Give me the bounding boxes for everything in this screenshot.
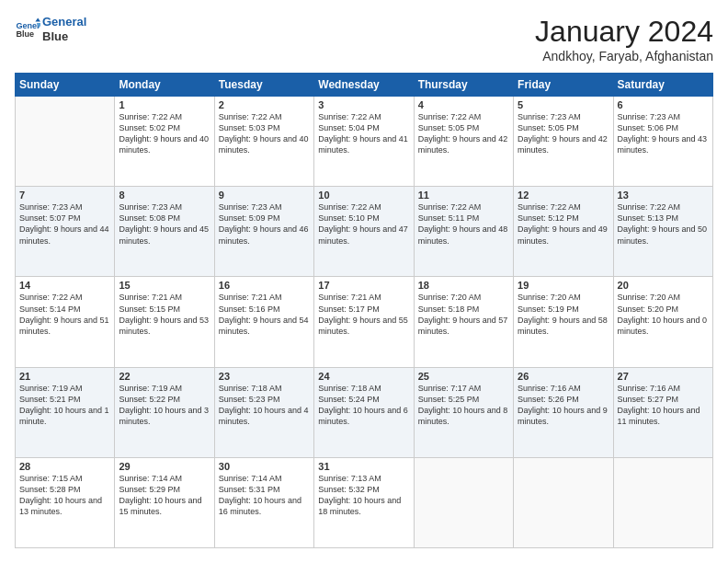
day-number: 14: [19, 280, 110, 291]
weekday-tuesday: Tuesday: [214, 74, 313, 97]
logo-text: General Blue: [42, 15, 86, 43]
day-number: 1: [119, 99, 210, 110]
calendar-cell: 12Sunrise: 7:22 AM Sunset: 5:12 PM Dayli…: [514, 187, 613, 277]
calendar-cell: 6Sunrise: 7:23 AM Sunset: 5:06 PM Daylig…: [613, 97, 712, 187]
day-info: Sunrise: 7:22 AM Sunset: 5:03 PM Dayligh…: [219, 111, 310, 156]
weekday-wednesday: Wednesday: [314, 74, 414, 97]
calendar-cell: 1Sunrise: 7:22 AM Sunset: 5:02 PM Daylig…: [115, 97, 214, 187]
week-row-2: 14Sunrise: 7:22 AM Sunset: 5:14 PM Dayli…: [16, 277, 713, 367]
calendar-cell: 18Sunrise: 7:20 AM Sunset: 5:18 PM Dayli…: [414, 277, 513, 367]
day-number: 29: [119, 461, 210, 472]
calendar-cell: 16Sunrise: 7:21 AM Sunset: 5:16 PM Dayli…: [214, 277, 313, 367]
day-number: 20: [618, 280, 709, 291]
calendar-cell: [16, 97, 115, 187]
weekday-header-row: SundayMondayTuesdayWednesdayThursdayFrid…: [16, 74, 713, 97]
calendar-cell: 10Sunrise: 7:22 AM Sunset: 5:10 PM Dayli…: [314, 187, 414, 277]
logo-icon: General Blue: [15, 17, 40, 42]
day-info: Sunrise: 7:23 AM Sunset: 5:08 PM Dayligh…: [119, 201, 210, 247]
logo: General Blue General Blue: [15, 15, 86, 43]
day-info: Sunrise: 7:17 AM Sunset: 5:25 PM Dayligh…: [418, 383, 509, 428]
day-info: Sunrise: 7:20 AM Sunset: 5:20 PM Dayligh…: [618, 292, 709, 337]
weekday-saturday: Saturday: [613, 74, 712, 97]
day-number: 17: [318, 280, 409, 291]
day-number: 6: [618, 99, 709, 110]
day-info: Sunrise: 7:22 AM Sunset: 5:13 PM Dayligh…: [618, 201, 709, 247]
calendar-cell: 23Sunrise: 7:18 AM Sunset: 5:23 PM Dayli…: [214, 367, 313, 457]
day-number: 11: [418, 190, 509, 201]
calendar-cell: 13Sunrise: 7:22 AM Sunset: 5:13 PM Dayli…: [613, 187, 712, 277]
calendar-cell: 15Sunrise: 7:21 AM Sunset: 5:15 PM Dayli…: [115, 277, 214, 367]
day-number: 5: [518, 99, 609, 110]
calendar-cell: 30Sunrise: 7:14 AM Sunset: 5:31 PM Dayli…: [214, 457, 313, 547]
day-info: Sunrise: 7:20 AM Sunset: 5:18 PM Dayligh…: [418, 292, 509, 337]
day-number: 12: [518, 190, 609, 201]
calendar-cell: 9Sunrise: 7:23 AM Sunset: 5:09 PM Daylig…: [214, 187, 313, 277]
day-info: Sunrise: 7:19 AM Sunset: 5:21 PM Dayligh…: [19, 383, 110, 428]
day-info: Sunrise: 7:16 AM Sunset: 5:26 PM Dayligh…: [518, 383, 609, 428]
weekday-friday: Friday: [514, 74, 613, 97]
calendar-cell: 17Sunrise: 7:21 AM Sunset: 5:17 PM Dayli…: [314, 277, 414, 367]
day-number: 24: [318, 371, 409, 382]
day-number: 2: [219, 99, 310, 110]
day-info: Sunrise: 7:22 AM Sunset: 5:04 PM Dayligh…: [318, 111, 409, 156]
day-info: Sunrise: 7:18 AM Sunset: 5:23 PM Dayligh…: [219, 383, 310, 428]
calendar-cell: 14Sunrise: 7:22 AM Sunset: 5:14 PM Dayli…: [16, 277, 115, 367]
calendar-cell: 26Sunrise: 7:16 AM Sunset: 5:26 PM Dayli…: [514, 367, 613, 457]
calendar-cell: 22Sunrise: 7:19 AM Sunset: 5:22 PM Dayli…: [115, 367, 214, 457]
day-info: Sunrise: 7:22 AM Sunset: 5:14 PM Dayligh…: [19, 292, 110, 337]
day-number: 27: [618, 371, 709, 382]
day-number: 19: [518, 280, 609, 291]
svg-text:General: General: [16, 20, 40, 29]
calendar-cell: 27Sunrise: 7:16 AM Sunset: 5:27 PM Dayli…: [613, 367, 712, 457]
day-info: Sunrise: 7:22 AM Sunset: 5:10 PM Dayligh…: [318, 201, 409, 247]
logo-general: General: [42, 15, 86, 29]
calendar-cell: 29Sunrise: 7:14 AM Sunset: 5:29 PM Dayli…: [115, 457, 214, 547]
title-section: January 2024 Andkhoy, Faryab, Afghanista…: [535, 15, 713, 63]
calendar-cell: 24Sunrise: 7:18 AM Sunset: 5:24 PM Dayli…: [314, 367, 414, 457]
day-info: Sunrise: 7:20 AM Sunset: 5:19 PM Dayligh…: [518, 292, 609, 337]
day-number: 3: [318, 99, 409, 110]
week-row-4: 28Sunrise: 7:15 AM Sunset: 5:28 PM Dayli…: [16, 457, 713, 547]
day-number: 7: [19, 190, 110, 201]
day-info: Sunrise: 7:13 AM Sunset: 5:32 PM Dayligh…: [318, 473, 409, 518]
calendar-cell: [414, 457, 513, 547]
day-number: 23: [219, 371, 310, 382]
calendar-cell: 7Sunrise: 7:23 AM Sunset: 5:07 PM Daylig…: [16, 187, 115, 277]
calendar-cell: 28Sunrise: 7:15 AM Sunset: 5:28 PM Dayli…: [16, 457, 115, 547]
day-number: 28: [19, 461, 110, 472]
calendar-cell: 2Sunrise: 7:22 AM Sunset: 5:03 PM Daylig…: [214, 97, 313, 187]
day-number: 22: [119, 371, 210, 382]
day-info: Sunrise: 7:23 AM Sunset: 5:06 PM Dayligh…: [618, 111, 709, 156]
calendar-cell: [514, 457, 613, 547]
day-number: 18: [418, 280, 509, 291]
calendar-cell: 3Sunrise: 7:22 AM Sunset: 5:04 PM Daylig…: [314, 97, 414, 187]
calendar-table: SundayMondayTuesdayWednesdayThursdayFrid…: [15, 73, 713, 548]
day-info: Sunrise: 7:23 AM Sunset: 5:05 PM Dayligh…: [518, 111, 609, 156]
day-info: Sunrise: 7:21 AM Sunset: 5:17 PM Dayligh…: [318, 292, 409, 337]
day-number: 21: [19, 371, 110, 382]
calendar-cell: 11Sunrise: 7:22 AM Sunset: 5:11 PM Dayli…: [414, 187, 513, 277]
day-info: Sunrise: 7:22 AM Sunset: 5:12 PM Dayligh…: [518, 201, 609, 247]
day-info: Sunrise: 7:22 AM Sunset: 5:11 PM Dayligh…: [418, 201, 509, 247]
calendar-cell: 5Sunrise: 7:23 AM Sunset: 5:05 PM Daylig…: [514, 97, 613, 187]
calendar-cell: 19Sunrise: 7:20 AM Sunset: 5:19 PM Dayli…: [514, 277, 613, 367]
calendar-cell: [613, 457, 712, 547]
day-info: Sunrise: 7:18 AM Sunset: 5:24 PM Dayligh…: [318, 383, 409, 428]
day-info: Sunrise: 7:23 AM Sunset: 5:09 PM Dayligh…: [219, 201, 310, 247]
calendar-cell: 21Sunrise: 7:19 AM Sunset: 5:21 PM Dayli…: [16, 367, 115, 457]
day-info: Sunrise: 7:22 AM Sunset: 5:02 PM Dayligh…: [119, 111, 210, 156]
day-info: Sunrise: 7:23 AM Sunset: 5:07 PM Dayligh…: [19, 201, 110, 247]
day-info: Sunrise: 7:21 AM Sunset: 5:16 PM Dayligh…: [219, 292, 310, 337]
calendar-cell: 8Sunrise: 7:23 AM Sunset: 5:08 PM Daylig…: [115, 187, 214, 277]
day-number: 4: [418, 99, 509, 110]
page-header: General Blue General Blue January 2024 A…: [15, 15, 713, 63]
logo-blue: Blue: [42, 29, 68, 43]
day-number: 25: [418, 371, 509, 382]
calendar-cell: 31Sunrise: 7:13 AM Sunset: 5:32 PM Dayli…: [314, 457, 414, 547]
calendar-cell: 25Sunrise: 7:17 AM Sunset: 5:25 PM Dayli…: [414, 367, 513, 457]
location-subtitle: Andkhoy, Faryab, Afghanistan: [535, 49, 713, 63]
svg-text:Blue: Blue: [16, 29, 34, 39]
day-info: Sunrise: 7:22 AM Sunset: 5:05 PM Dayligh…: [418, 111, 509, 156]
day-number: 31: [318, 461, 409, 472]
day-info: Sunrise: 7:16 AM Sunset: 5:27 PM Dayligh…: [618, 383, 709, 428]
